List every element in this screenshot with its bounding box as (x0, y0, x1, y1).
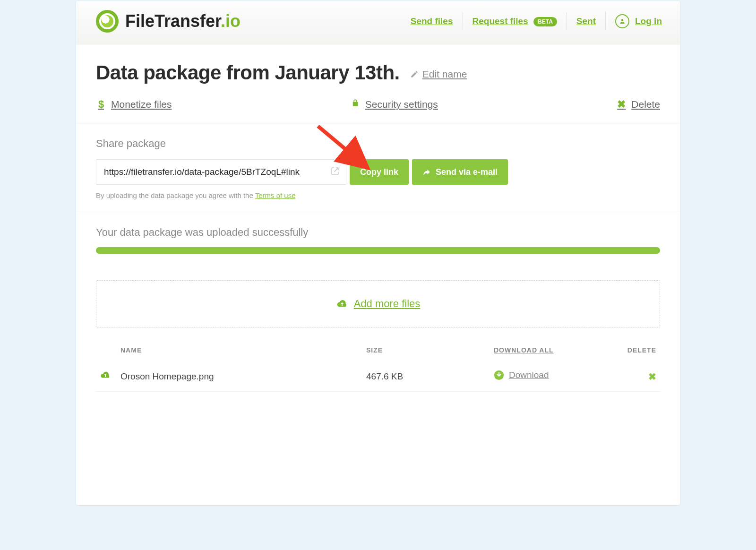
nav-send-files[interactable]: Send files (411, 16, 453, 26)
share-url-text: https://filetransfer.io/data-package/5Br… (104, 167, 300, 177)
page-title: Data package from January 13th. (96, 61, 400, 84)
nav-separator (463, 12, 463, 30)
file-size: 467.6 KB (362, 361, 490, 392)
share-row: https://filetransfer.io/data-package/5Br… (96, 159, 660, 185)
main-nav: Send files Request files BETA Sent Log i… (411, 12, 662, 30)
cloud-upload-icon (100, 370, 111, 380)
download-file-link[interactable]: Download (494, 370, 549, 380)
cloud-upload-icon (336, 299, 348, 309)
nav-login[interactable]: Log in (615, 14, 662, 28)
lock-icon (350, 98, 361, 111)
share-section: Share package https://filetransfer.io/da… (96, 123, 660, 212)
dollar-icon: $ (96, 98, 106, 111)
header: FileTransfer.io Send files Request files… (76, 0, 680, 44)
delete-file-button[interactable]: ✖ (648, 371, 656, 382)
share-arrow-icon (422, 168, 431, 176)
file-delete-cell: ✖ (618, 361, 660, 392)
close-icon: ✖ (616, 98, 627, 111)
nav-sent[interactable]: Sent (576, 16, 596, 26)
add-more-files-dropzone[interactable]: Add more files (96, 280, 660, 327)
brand-name: FileTransfer.io (125, 11, 241, 31)
open-external-icon[interactable] (331, 167, 339, 178)
file-type-icon-cell (96, 361, 117, 392)
divider (76, 212, 680, 212)
brand[interactable]: FileTransfer.io (96, 10, 241, 33)
terms-line: By uploading the data package you agree … (96, 191, 660, 199)
nav-request-files[interactable]: Request files BETA (472, 16, 557, 26)
col-delete: DELETE (618, 339, 660, 361)
files-table: NAME SIZE DOWNLOAD ALL DELETE Oroson Hom… (96, 339, 660, 392)
nav-separator (567, 12, 567, 30)
edit-name-link[interactable]: Edit name (410, 69, 467, 80)
download-circle-icon (494, 370, 504, 380)
user-icon (615, 14, 629, 28)
table-row: Oroson Homepage.png467.6 KBDownload✖ (96, 361, 660, 392)
send-email-button[interactable]: Send via e-mail (412, 159, 508, 185)
share-url-box[interactable]: https://filetransfer.io/data-package/5Br… (96, 159, 346, 185)
upload-progress-bar (96, 247, 660, 254)
title-row: Data package from January 13th. Edit nam… (96, 61, 660, 84)
beta-badge: BETA (533, 17, 557, 26)
terms-of-use-link[interactable]: Terms of use (255, 191, 296, 199)
svg-point-0 (621, 19, 624, 21)
delete-package-link[interactable]: ✖ Delete (616, 98, 660, 111)
col-name: NAME (117, 339, 362, 361)
content: Data package from January 13th. Edit nam… (76, 44, 680, 505)
nav-separator (605, 12, 606, 30)
security-settings-link[interactable]: Security settings (350, 98, 438, 111)
actions-row: $ Monetize files Security settings ✖ Del… (96, 96, 660, 123)
table-header-row: NAME SIZE DOWNLOAD ALL DELETE (96, 339, 660, 361)
monetize-files-link[interactable]: $ Monetize files (96, 98, 172, 111)
file-name: Oroson Homepage.png (117, 361, 362, 392)
upload-success-label: Your data package was uploaded successfu… (96, 226, 660, 239)
col-download-all: DOWNLOAD ALL (490, 339, 618, 361)
brand-logo-icon (96, 10, 119, 33)
download-all-link[interactable]: DOWNLOAD ALL (494, 346, 554, 354)
app-window: FileTransfer.io Send files Request files… (76, 0, 680, 506)
pencil-icon (410, 70, 419, 78)
share-title: Share package (96, 138, 660, 150)
file-download-cell: Download (490, 361, 618, 392)
col-size: SIZE (362, 339, 490, 361)
copy-link-button[interactable]: Copy link (350, 159, 409, 185)
